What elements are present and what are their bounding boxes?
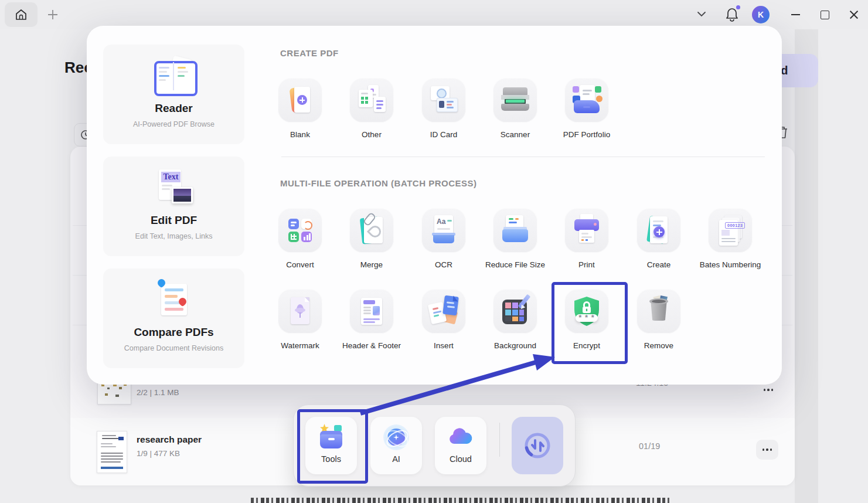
section-divider <box>281 157 765 157</box>
reader-book-icon <box>151 57 198 96</box>
more-icon <box>763 448 772 450</box>
mode-subtitle: Edit Text, Images, Links <box>103 232 244 240</box>
cloud-icon <box>447 424 474 451</box>
mode-subtitle: AI-Powered PDF Browse <box>103 120 244 128</box>
dock-item-tools[interactable]: Tools <box>305 417 357 474</box>
tool-label: PDF Portfolio <box>551 130 622 139</box>
dock-item-label: Cloud <box>435 454 486 464</box>
tool-convert[interactable]: Convert <box>264 208 336 269</box>
more-icon <box>764 389 774 390</box>
tool-label: Encrypt <box>551 341 622 350</box>
minimize-button[interactable] <box>784 6 807 23</box>
plus-icon <box>46 8 60 22</box>
tool-label: Print <box>551 260 622 269</box>
tool-label: Blank <box>264 130 336 139</box>
bell-icon <box>724 6 740 23</box>
scanner-icon <box>499 84 532 117</box>
create-pdf-heading: CREATE PDF <box>280 48 339 58</box>
tool-label: Convert <box>264 260 336 269</box>
other-pdf-icon <box>355 84 388 117</box>
mode-card-reader[interactable]: Reader AI-Powered PDF Browse <box>103 45 244 144</box>
bottom-dock: Tools AI Cloud <box>293 405 576 487</box>
background-icon <box>499 295 532 328</box>
tool-label: Reduce File Size <box>479 260 551 269</box>
dock-item-cloud[interactable]: Cloud <box>435 417 486 474</box>
tool-encrypt[interactable]: * * * Encrypt <box>551 289 622 350</box>
page-right-gutter <box>795 29 818 503</box>
tool-watermark[interactable]: Watermark <box>264 289 336 350</box>
tool-id-card[interactable]: ID Card <box>408 78 479 139</box>
avatar[interactable]: K <box>752 6 770 23</box>
new-tab-button[interactable] <box>46 8 60 24</box>
watermark-icon <box>284 295 316 328</box>
tool-label: Other <box>336 130 407 139</box>
tool-insert[interactable]: Insert <box>408 289 479 350</box>
merge-icon <box>355 214 388 247</box>
close-button[interactable] <box>842 6 866 23</box>
maximize-button[interactable] <box>813 6 836 23</box>
create-icon <box>642 214 675 247</box>
mode-title: Compare PDFs <box>103 326 244 339</box>
edit-pdf-icon: Text <box>151 169 198 208</box>
remove-trash-icon <box>642 295 675 328</box>
file-name: research paper <box>137 434 202 445</box>
tool-label: Merge <box>336 260 407 269</box>
dock-item-ai[interactable]: AI <box>370 417 422 474</box>
tool-merge[interactable]: Merge <box>336 208 407 269</box>
file-meta: 1/9 | 477 KB <box>137 449 180 458</box>
dropdown-chevron-button[interactable] <box>695 9 708 21</box>
ocr-icon: Aa <box>427 214 460 247</box>
notifications-button[interactable] <box>724 6 740 23</box>
reduce-file-size-icon <box>499 214 532 247</box>
mode-title: Edit PDF <box>103 214 244 227</box>
tool-blank[interactable]: Blank <box>264 78 336 139</box>
header-footer-icon <box>355 295 388 328</box>
tool-label: Watermark <box>264 341 336 350</box>
file-more-button[interactable] <box>756 440 778 460</box>
app-window: K Rec ud <box>0 0 868 503</box>
sync-button[interactable] <box>512 417 563 474</box>
tool-pdf-portfolio[interactable]: PDF Portfolio <box>551 78 622 139</box>
tool-print[interactable]: Print <box>551 208 622 269</box>
tool-background[interactable]: Background <box>479 289 551 350</box>
tool-reduce-file-size[interactable]: Reduce File Size <box>479 208 551 269</box>
tool-other[interactable]: Other <box>336 78 407 139</box>
titlebar: K <box>0 0 868 29</box>
close-icon <box>849 9 859 20</box>
batch-heading: MULTI-FILE OPERATION (BATCH PROCESS) <box>280 178 476 188</box>
tool-create[interactable]: Create <box>623 208 695 269</box>
tool-label: Background <box>479 341 551 350</box>
ai-sparkle-icon <box>383 424 410 451</box>
tools-popup: Reader AI-Powered PDF Browse Text Edit P… <box>87 26 782 385</box>
tool-scanner[interactable]: Scanner <box>479 78 551 139</box>
tool-remove[interactable]: Remove <box>623 289 695 350</box>
tool-label: Header & Footer <box>336 341 407 350</box>
dock-separator <box>499 423 500 457</box>
minimize-icon <box>791 14 800 15</box>
chevron-down-icon <box>695 9 708 19</box>
maximize-icon <box>821 11 829 19</box>
home-tab[interactable] <box>5 2 38 27</box>
tool-ocr[interactable]: Aa OCR <box>408 208 479 269</box>
mode-card-edit-pdf[interactable]: Text Edit PDF Edit Text, Images, Links <box>103 157 244 256</box>
sync-progress-icon <box>522 430 553 461</box>
tool-label: Remove <box>623 341 695 350</box>
encrypt-shield-icon: * * * <box>570 295 603 328</box>
file-time: 01/19 <box>639 441 660 451</box>
avatar-initial: K <box>758 10 764 19</box>
tools-box-icon <box>318 424 345 451</box>
tool-label: Create <box>623 260 695 269</box>
tool-label: Insert <box>408 341 479 350</box>
dock-item-label: AI <box>370 454 422 464</box>
tool-bates-numbering[interactable]: 000123 Bates Numbering <box>695 208 766 269</box>
tool-label: Bates Numbering <box>695 260 766 269</box>
tool-header-footer[interactable]: Header & Footer <box>336 289 407 350</box>
tool-label: ID Card <box>408 130 479 139</box>
id-card-icon <box>427 84 460 117</box>
file-thumbnail <box>97 431 127 473</box>
notification-dot <box>736 5 740 9</box>
bates-numbering-icon: 000123 <box>714 214 747 247</box>
mode-card-compare-pdfs[interactable]: Compare PDFs Compare Document Revisions <box>103 269 244 368</box>
clipped-text-artifact <box>251 498 670 503</box>
file-meta: 2/2 | 1.1 MB <box>137 388 179 397</box>
